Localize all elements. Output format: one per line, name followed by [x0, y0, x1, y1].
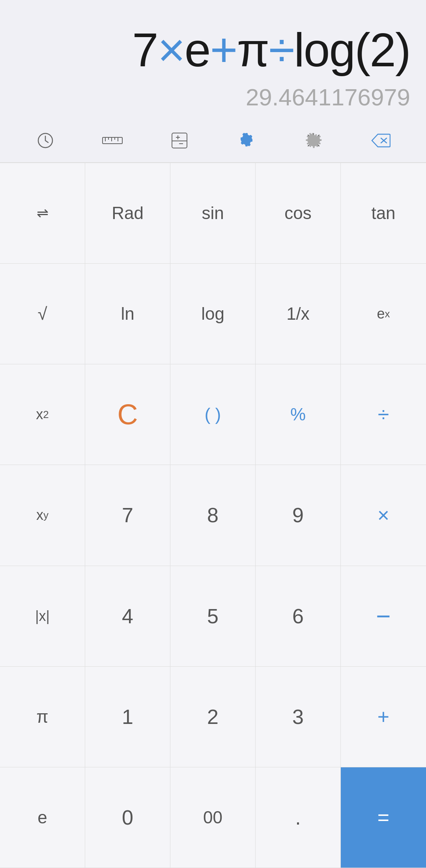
key-minus[interactable]: −: [341, 566, 426, 667]
key-parens[interactable]: ( ): [170, 364, 256, 465]
key-7[interactable]: 7: [85, 465, 170, 566]
key-00[interactable]: 00: [170, 767, 256, 868]
key-3[interactable]: 3: [256, 667, 341, 767]
key-1[interactable]: 1: [85, 667, 170, 767]
history-button[interactable]: [32, 127, 59, 154]
key-0[interactable]: 0: [85, 767, 170, 868]
result-display: 29.4641176979: [246, 84, 410, 111]
key-8[interactable]: 8: [170, 465, 256, 566]
key-cos[interactable]: cos: [256, 163, 341, 264]
keypad: ⇌ Rad sin cos tan √ ln log 1/x ex x2 C (…: [0, 163, 426, 868]
key-sin[interactable]: sin: [170, 163, 256, 264]
ruler-button[interactable]: [99, 127, 126, 154]
key-clear[interactable]: C: [85, 364, 170, 465]
backspace-button[interactable]: [367, 127, 394, 154]
key-log[interactable]: log: [170, 264, 256, 364]
key-6[interactable]: 6: [256, 566, 341, 667]
expr-divide: ÷: [269, 23, 294, 76]
key-sqrt[interactable]: √: [0, 264, 85, 364]
key-pi[interactable]: π: [0, 667, 85, 767]
key-2[interactable]: 2: [170, 667, 256, 767]
key-power[interactable]: xy: [0, 465, 85, 566]
key-abs[interactable]: |x|: [0, 566, 85, 667]
theme-button[interactable]: [233, 127, 260, 154]
display-area: 7×e+π÷log(2) 29.4641176979: [0, 0, 426, 119]
settings-button[interactable]: [300, 127, 327, 154]
key-5[interactable]: 5: [170, 566, 256, 667]
expr-7: 7: [132, 23, 158, 76]
key-decimal[interactable]: .: [256, 767, 341, 868]
key-ln[interactable]: ln: [85, 264, 170, 364]
expr-log2: log(2): [294, 23, 410, 76]
key-tan[interactable]: tan: [341, 163, 426, 264]
key-e[interactable]: e: [0, 767, 85, 868]
key-equals[interactable]: =: [341, 767, 426, 868]
key-percent[interactable]: %: [256, 364, 341, 465]
expr-plus: +: [210, 23, 237, 76]
key-rad[interactable]: Rad: [85, 163, 170, 264]
key-square[interactable]: x2: [0, 364, 85, 465]
key-4[interactable]: 4: [85, 566, 170, 667]
key-9[interactable]: 9: [256, 465, 341, 566]
expr-times: ×: [158, 23, 185, 76]
key-reciprocal[interactable]: 1/x: [256, 264, 341, 364]
key-plus[interactable]: +: [341, 667, 426, 767]
key-exp[interactable]: ex: [341, 264, 426, 364]
key-multiply[interactable]: ×: [341, 465, 426, 566]
expr-pi: π: [237, 23, 269, 76]
plusminus-button[interactable]: [166, 127, 193, 154]
toolbar: [0, 119, 426, 163]
expr-e: e: [185, 23, 210, 76]
key-divide[interactable]: ÷: [341, 364, 426, 465]
expression: 7×e+π÷log(2): [132, 24, 410, 76]
key-arrows[interactable]: ⇌: [0, 163, 85, 264]
